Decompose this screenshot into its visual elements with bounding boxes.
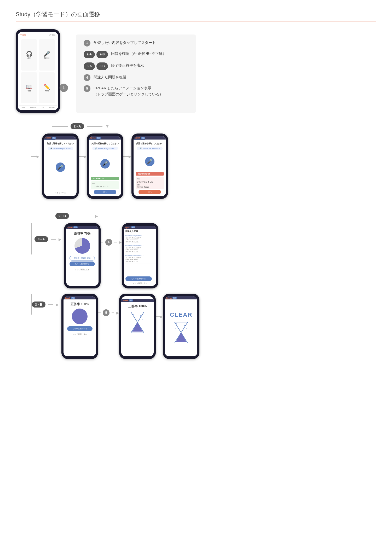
arrow-1-2: ▶ [79, 134, 87, 159]
result-btn-retry[interactable]: もう一度挑戦する [70, 262, 95, 266]
step3b-connector-row: 3 - B ▶ [32, 302, 59, 308]
speak-label: Speak [44, 57, 49, 59]
write-label: Write [45, 90, 49, 92]
step3a-connector-row: 3 - A ▶ [31, 236, 61, 242]
review-btn-area: もう一度挑戦する トップ画面に戻る [124, 275, 156, 286]
review-q-jp-1: どこから来ましたか？ [125, 237, 155, 239]
answer-label-2: 回答 [137, 178, 163, 180]
result-header-3b: Speak 英語 [64, 296, 96, 299]
step2a-hline2 [87, 126, 102, 127]
speak-phone-1-group: Speak 英語 × 英語で返答を探してください 🔊 [42, 134, 79, 199]
top-nav-logo: Topic [20, 34, 26, 36]
speak-mic-2[interactable]: 🎤 [100, 159, 110, 169]
anim-header-1: Speak 英語 [121, 299, 154, 302]
speak-question-1: 英語で返答を探してください [47, 142, 74, 145]
correct-banner: CORRECT! [91, 177, 119, 180]
section-3a-row: 3 - A ▶ Speak 英語 正答率 70% 間違えた問題を確認 もう一度挑… [31, 223, 376, 288]
step3b-connector: 3 - B [32, 302, 45, 308]
result-btn-retry-3b[interactable]: もう一度挑戦する [67, 326, 93, 331]
answer-label: 回答 [92, 182, 118, 185]
step2a-hline [52, 126, 68, 127]
step5-badge: 5 [103, 309, 109, 316]
clear-screen-wrapper: Speak 英語 CLEAR [165, 296, 197, 356]
left-entry-arrow: ▶ [31, 134, 39, 159]
mode-write[interactable]: ✏️ Write [39, 72, 55, 103]
speak-mic-3[interactable]: 🎤 [145, 157, 154, 166]
speak-phone-2-screen: Speak 英語 × 英語で返答を探してください 🔊 Where are you… [89, 136, 121, 196]
speak-screen-2: Speak 英語 × 英語で返答を探してください 🔊 Where are you… [89, 136, 121, 196]
speak-body-1: 英語で返答を探してください 🔊 Where are you from? 🎤 スキ… [44, 140, 77, 196]
speak-mic-1[interactable]: 🎤 [56, 163, 65, 172]
clear-phone: Speak 英語 CLEAR [163, 294, 199, 359]
my-data-label: My data [49, 34, 55, 36]
incorrect-banner: INCORRECT [136, 172, 164, 176]
svg-point-3 [133, 314, 134, 315]
step3a-connector: 3 - A [34, 236, 48, 242]
step5-arrow: ▶ [116, 311, 119, 315]
anim-phone-1: Speak 英語 正答率 100% [119, 294, 156, 359]
step1-layout: Topic My data 🎧 Listen 🎤 Speak [16, 29, 376, 113]
mode-read[interactable]: 📖 Read [21, 72, 37, 103]
legend-text-3: 終了後正答率を表示 [111, 62, 144, 68]
clear-phone-screen: Speak 英語 CLEAR [165, 296, 197, 356]
legend-text-5: CREAR したらアニメーション表示 （トップ画面のゲージとリンクしている） [94, 85, 163, 97]
write-icon: ✏️ [44, 84, 50, 90]
nav-practice: Practice [30, 107, 36, 108]
correct-text: I'm from Japan. [137, 186, 163, 188]
speak-body-3: 英語で返答を探してください 🔊 Where are you from? 🎤 IN… [134, 140, 166, 196]
legend-row-5: 5 CREAR したらアニメーション表示 （トップ画面のゲージとリンクしている） [84, 85, 188, 97]
speak-close-3: × [163, 137, 165, 139]
svg-point-9 [186, 328, 187, 329]
review-item-1: Q: Where are you from? ♪ どこから来ましたか？ A: I… [124, 234, 156, 244]
speak-skip-1[interactable]: スキップする [55, 192, 66, 194]
speak-tag-1: 英語 [52, 137, 56, 139]
clear-tag: 英語 [172, 297, 177, 299]
result-screen-3a: Speak 英語 正答率 70% 間違えた問題を確認 もう一度挑戦する トップ画… [66, 226, 99, 286]
next-btn-correct[interactable]: 次へ [94, 190, 116, 194]
anim-phone-1-screen: Speak 英語 正答率 100% [121, 296, 154, 356]
read-icon: 📖 [26, 84, 32, 90]
audio-icon-2: 🔊 [95, 147, 97, 149]
result-btn-review[interactable]: 間違えた問題を確認 [70, 256, 95, 260]
pie-chart-100 [72, 309, 88, 324]
review-link[interactable]: トップ画面に戻る [125, 282, 155, 285]
arrow-anim-1-2: ▶ [156, 294, 163, 319]
speak-audio-3[interactable]: 🔊 Where are you from? [137, 147, 163, 150]
top-phone-screen: Topic My data 🎧 Listen 🎤 Speak [18, 32, 58, 110]
main-layout: Study（学習モード）の画面遷移 Topic My data 🎧 [16, 10, 376, 359]
listen-icon: 🎧 [26, 51, 32, 57]
speak-header-3: Speak 英語 × [134, 136, 166, 140]
bottom-nav: Study Practice Quiz My plan [19, 105, 57, 109]
review-retry-btn[interactable]: もう一度挑戦する [125, 276, 152, 281]
section-3b-row: 3 - B ▶ Speak 英語 正答率 100% もう一度挑戦する トップ画面… [31, 294, 376, 359]
result-link-3a[interactable]: トップ画面に戻る [75, 268, 90, 271]
result-logo-3a: Speak [67, 227, 73, 228]
anim-title-1: 正答率 100% [128, 304, 147, 309]
speak-body-2: 英語で返答を探してください 🔊 Where are you from? 🎤 CO… [89, 140, 121, 196]
vert-line-2b [50, 209, 50, 217]
read-label: Read [27, 90, 31, 92]
step2a-label-row: 2 - A ▼ [52, 123, 376, 129]
speak-audio-1[interactable]: 🔊 Where are you from? [48, 147, 73, 150]
review-header: Speak 英語 [124, 226, 156, 229]
anim-screen-1: Speak 英語 正答率 100% [121, 296, 154, 356]
review-screen: Speak 英語 間違えた問題 Q: Where are you from? ♪… [124, 226, 156, 286]
speak-phone-1-screen: Speak 英語 × 英語で返答を探してください 🔊 [44, 136, 77, 196]
legend-badge-2b: 2-B [96, 51, 108, 58]
review-logo: Speak [125, 227, 131, 228]
mode-speak[interactable]: 🎤 Speak [39, 39, 55, 71]
speak-logo-1: Speak [45, 137, 51, 139]
pie-chart-70 [74, 238, 90, 254]
mode-listen[interactable]: 🎧 Listen [21, 39, 37, 71]
speak-close-1: × [74, 137, 75, 139]
hourglass-svg-clear [173, 321, 189, 344]
nav-study: Study [21, 107, 25, 108]
step4-badge: 4 [105, 239, 112, 246]
next-btn-incorrect[interactable]: 次へ [139, 190, 161, 194]
review-q-jp-2: どこから来ましたか？ [125, 247, 155, 249]
answer-area-correct: 回答 こけがかましました [91, 181, 119, 189]
nav-myplan: My plan [49, 107, 54, 108]
result-link-3b[interactable]: トップ画面に戻る [72, 333, 87, 336]
section-2b-connector: 2 - B ▶ [31, 209, 376, 219]
speak-audio-2[interactable]: 🔊 Where are you from? [92, 147, 118, 150]
